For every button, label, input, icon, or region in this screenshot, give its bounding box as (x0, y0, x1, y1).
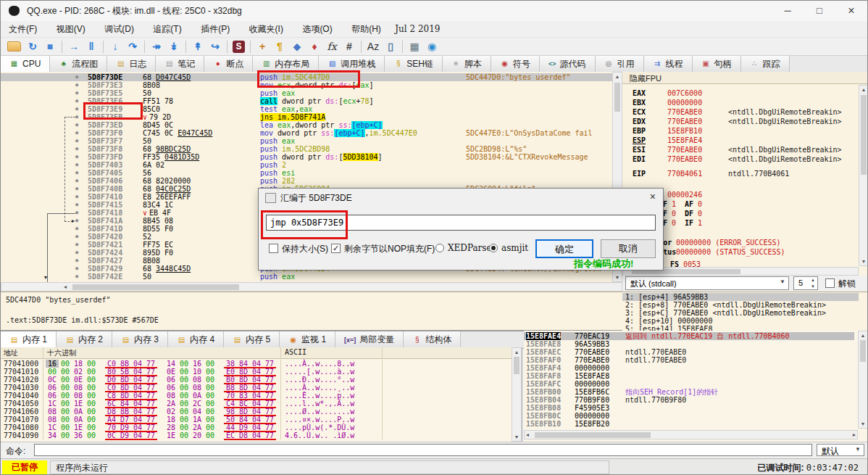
disasm-vscroll-thumb[interactable] (614, 83, 620, 112)
disasm-hscroll-thumb[interactable] (72, 284, 239, 290)
hide-fpu-button[interactable]: 隐藏FPU (622, 72, 868, 84)
breakpoint-dot-icon[interactable]: ● (75, 226, 81, 232)
tab-handles[interactable]: ▣句柄 (693, 56, 741, 72)
disasm-row[interactable]: ●5D8F73FDFF35 0481D35Dpush dword ptr ds:… (1, 153, 612, 161)
register-row[interactable]: EIP770B4061ntdll.770B4061 (622, 169, 859, 178)
run-to-user-code-icon[interactable]: ↪ (207, 39, 223, 54)
disasm-row[interactable]: ●5D8F742E50push eax (1, 273, 612, 281)
close-button[interactable]: × (835, 1, 867, 21)
stack-panel[interactable]: 15E8FAE4770EAC19返回到 ntdll.770EAC19 自 ntd… (524, 331, 868, 442)
menu-view[interactable]: 视图(V) (49, 21, 93, 36)
register-row[interactable]: ESI770EABE0<ntdll.DbgUiRemoteBreakin> (622, 145, 859, 154)
breakpoint-dot-icon[interactable]: ● (75, 218, 81, 224)
breakpoint-dot-icon[interactable]: ● (75, 98, 81, 104)
step-over-icon[interactable]: ↷ (125, 39, 141, 54)
scroll-right-icon[interactable]: ▸ (853, 431, 856, 439)
highlight-icon[interactable]: Az (365, 39, 381, 54)
memory-row[interactable]: 7704103006000800C08D047706000800B88D0477… (1, 384, 508, 392)
command-input[interactable] (34, 444, 812, 456)
close-debuggee-icon[interactable]: ■ (42, 39, 58, 54)
register-row[interactable]: ESP15E8FAE4 (622, 136, 859, 145)
tab-call-stack[interactable]: ▧调用堆栈 (319, 56, 385, 72)
memory-row[interactable]: 7704106008000A00D88B047702000400988D0477… (1, 408, 508, 416)
cancel-button[interactable]: 取消 (601, 239, 656, 258)
stack-row[interactable]: 15E8FAE4770EAC19返回到 ntdll.770EAC19 自 ntd… (524, 332, 854, 340)
breakpoint-dot-icon[interactable]: ● (75, 273, 81, 280)
disasm-row[interactable]: ●5D8F74036A 02push 2 (1, 161, 612, 169)
register-row[interactable]: EDX770EABE0<ntdll.DbgUiRemoteBreakin> (622, 117, 859, 126)
string-references-icon[interactable]: # (341, 39, 357, 54)
tab-notes[interactable]: ▤笔记 (156, 56, 204, 72)
nop-fill-checkbox[interactable]: ✓ (331, 244, 341, 253)
tab-graph[interactable]: ♣流程图 (50, 56, 107, 72)
label-icon[interactable]: ◆ (289, 39, 305, 54)
registers-vscroll-thumb[interactable] (861, 95, 867, 175)
patch-icon[interactable]: + (254, 39, 270, 54)
tab-memory-map[interactable]: ▥内存布局 (253, 56, 319, 72)
dialog-close-icon[interactable]: × (650, 191, 656, 202)
disasm-row[interactable]: ●5D8F73DE68 D047C45Dpush im.5DC447D05DC4… (1, 73, 612, 81)
menu-trace[interactable]: 追踪(T) (145, 21, 189, 36)
run-icon[interactable]: → (66, 39, 82, 54)
open-file-icon[interactable] (7, 41, 21, 51)
breakpoint-dot-icon[interactable]: ● (75, 90, 81, 96)
breakpoint-dot-icon[interactable]: ● (75, 106, 81, 112)
stack-vscrollbar[interactable]: ▲ ▼ (858, 331, 868, 429)
unlock-checkbox[interactable] (825, 278, 835, 288)
btab-struct[interactable]: §结构体 (404, 331, 461, 348)
breakpoint-dot-icon[interactable]: ● (75, 154, 81, 160)
disasm-row[interactable]: ●5D8F73F750push eax (1, 137, 612, 145)
tab-script[interactable]: ≡脚本 (443, 56, 491, 72)
menu-file[interactable]: 文件(F) (1, 21, 45, 36)
breakpoint-dot-icon[interactable]: ● (75, 241, 81, 248)
disasm-row[interactable]: ●5D8F740668 82020000push 282 (1, 177, 612, 185)
registers-vscrollbar[interactable]: ▲ ▼ (859, 85, 868, 266)
keep-size-checkbox[interactable] (269, 244, 278, 253)
maximize-button[interactable]: □ (804, 1, 835, 21)
menu-plugins[interactable]: 插件(P) (193, 21, 238, 36)
menu-favourites[interactable]: 收藏夹(I) (241, 21, 291, 36)
btab-dump-3[interactable]: ▤内存 3 (112, 331, 168, 348)
scroll-down-icon[interactable]: ▼ (613, 273, 622, 281)
disasm-row[interactable]: ●5D8F73F868 98BDC25Dpush im.5DC2BD985DC2… (1, 145, 612, 153)
memory-row[interactable]: 7704101000000200805B04770E001000E08D0477… (1, 368, 508, 376)
args-panel[interactable]: 1: [esp+4] 96A59BB32: [esp+8] 770EABE0 <… (622, 292, 868, 331)
stack-row[interactable]: 15E8FB08F45905E3 (524, 404, 854, 412)
memory-vscrollbar[interactable]: ▲ ▼ (512, 347, 522, 442)
disasm-row[interactable]: ●5D8F73E6FF51 78call dword ptr ds:[ecx+7… (1, 97, 612, 105)
stack-vscroll-thumb[interactable] (860, 340, 866, 362)
arg-count-stepper[interactable]: 5 ▲▼ (793, 276, 818, 290)
scroll-down-icon[interactable]: ▼ (512, 433, 521, 441)
disasm-row[interactable]: ●5D8F73E550push eax (1, 89, 612, 97)
scroll-up-icon[interactable]: ▲ (613, 73, 622, 80)
tab-breakpoints[interactable]: ●断点 (204, 56, 253, 72)
register-row[interactable]: ECX770EABE0<ntdll.DbgUiRemoteBreakin> (622, 107, 859, 117)
btab-dump-1[interactable]: ▤内存 1 (1, 331, 57, 348)
memory-vscroll-thumb[interactable] (514, 357, 519, 374)
callconv-select[interactable]: 默认 (stdcall) ▼ (625, 276, 789, 290)
menu-debug[interactable]: 调试(D) (96, 21, 142, 36)
tab-symbols[interactable]: ◉符号 (491, 56, 540, 72)
register-row[interactable]: EDI770EABE0<ntdll.DbgUiRemoteBreakin> (622, 154, 859, 164)
asmjit-radio[interactable] (489, 244, 498, 252)
btab-dump-2[interactable]: ▤内存 2 (57, 331, 112, 348)
scroll-down-icon[interactable]: ▼ (859, 257, 868, 265)
register-row[interactable]: EAX007C6000 (622, 88, 859, 98)
run-till-return-icon[interactable]: ↠ (149, 39, 164, 54)
breakpoint-dot-icon[interactable]: ● (75, 170, 81, 176)
btab-dump-4[interactable]: ▤内存 4 (168, 331, 224, 348)
breakpoint-dot-icon[interactable]: ● (75, 130, 81, 136)
scroll-down-icon[interactable]: ▼ (859, 420, 867, 428)
breakpoint-dot-icon[interactable]: ● (75, 210, 81, 216)
breakpoint-dot-icon[interactable]: ● (75, 82, 81, 88)
breakpoint-dot-icon[interactable]: ● (75, 265, 81, 272)
breakpoint-dot-icon[interactable]: ● (75, 202, 81, 208)
stack-row[interactable]: 15E8FB04770B9F80ntdll.770B9F80 (524, 396, 854, 404)
pause-icon[interactable]: ‖ (83, 39, 99, 54)
scroll-up-icon[interactable]: ▲ (859, 331, 867, 339)
menu-options[interactable]: 选项(O) (294, 21, 340, 36)
arg-row[interactable]: 4: [esp+10] 00000000 (622, 317, 859, 325)
breakpoint-dot-icon[interactable]: ● (75, 162, 81, 168)
tab-trace[interactable]: ∴跟踪 (741, 56, 790, 72)
stack-hscrollbar[interactable]: ◂ ▸ (524, 430, 858, 439)
